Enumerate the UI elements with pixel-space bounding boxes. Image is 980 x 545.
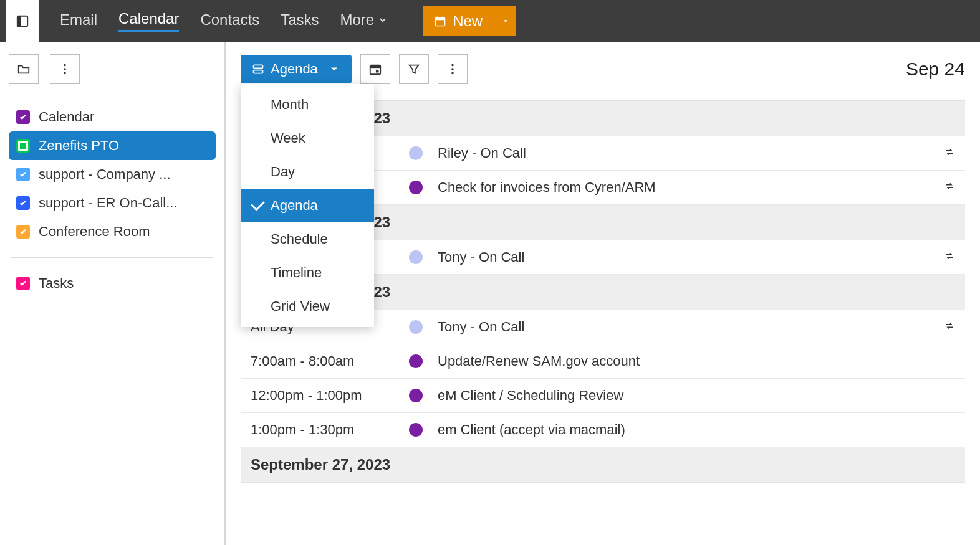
sidebar-item-label: Tasks [39, 275, 74, 291]
caret-down-icon [501, 17, 510, 26]
svg-point-6 [64, 64, 66, 67]
event-color-dot [409, 320, 423, 334]
checkmark-icon [19, 227, 27, 236]
calendar-checkbox[interactable] [16, 196, 30, 210]
checkmark-icon [19, 279, 27, 288]
tab-email[interactable]: Email [60, 11, 97, 31]
agenda-event-row[interactable]: 1:00pm - 1:30pmem Client (accept via mac… [241, 413, 965, 447]
repeat-icon [944, 249, 955, 265]
folder-icon [17, 62, 31, 76]
checkmark-icon [19, 170, 27, 179]
svg-rect-9 [254, 65, 263, 68]
view-option[interactable]: Week [241, 121, 374, 155]
view-option[interactable]: Month [241, 88, 374, 121]
calendar-checkbox[interactable] [16, 110, 30, 124]
svg-rect-3 [436, 17, 445, 20]
event-color-dot [409, 181, 423, 194]
svg-rect-1 [17, 16, 21, 26]
sidebar-item-label: support - ER On-Call... [39, 195, 178, 211]
event-time: 12:00pm - 1:00pm [251, 387, 394, 404]
svg-point-8 [64, 72, 66, 75]
main-toolbar: Agenda Sep 24 [241, 54, 965, 84]
view-selector-label: Agenda [271, 61, 318, 77]
svg-point-15 [451, 68, 454, 70]
sidebar-toggle-button[interactable] [6, 0, 39, 42]
new-button-label: New [453, 12, 483, 30]
more-vertical-icon [446, 62, 459, 76]
repeat-icon [944, 179, 955, 196]
today-button[interactable] [360, 54, 390, 84]
repeat-icon [944, 319, 955, 335]
sidebar-item-calendar[interactable]: Calendar [9, 103, 216, 131]
event-color-dot [409, 250, 423, 264]
svg-point-14 [451, 64, 454, 67]
event-title: Tony - On Call [438, 319, 929, 335]
view-option[interactable]: Schedule [241, 222, 374, 256]
sidebar-item-label: support - Company ... [39, 166, 171, 182]
sidebar-item-calendar[interactable]: support - ER On-Call... [9, 189, 216, 217]
more-options-button[interactable] [438, 54, 468, 84]
view-option[interactable]: Grid View [241, 290, 374, 323]
filter-icon [407, 62, 421, 76]
view-option[interactable]: Agenda [241, 189, 374, 222]
new-button-caret[interactable] [494, 6, 516, 36]
agenda-event-row[interactable]: 12:00pm - 1:00pmeM Client / Scheduling R… [241, 379, 965, 413]
calendar-today-icon [368, 62, 382, 76]
checkmark-icon [19, 113, 27, 121]
event-time: 7:00am - 8:00am [251, 353, 394, 369]
event-title: em Client (accept via macmail) [438, 422, 955, 438]
event-title: eM Client / Scheduling Review [438, 387, 955, 404]
sidebar-divider [11, 257, 213, 258]
calendar-list: CalendarZenefits PTOsupport - Company ..… [9, 103, 216, 246]
calendar-plus-icon [434, 15, 446, 27]
sidebar-item-label: Conference Room [39, 224, 150, 240]
view-selector-button[interactable]: Agenda [241, 55, 352, 83]
sidebar-item-calendar[interactable]: support - Company ... [9, 160, 216, 189]
panel-icon [16, 14, 29, 28]
more-label: More [340, 11, 375, 29]
calendar-checkbox[interactable] [16, 139, 30, 153]
view-option[interactable]: Day [241, 155, 374, 189]
event-title: Tony - On Call [438, 249, 929, 265]
tab-contacts[interactable]: Contacts [200, 11, 259, 31]
sidebar-item-label: Calendar [39, 109, 94, 125]
tab-more[interactable]: More [340, 11, 388, 31]
event-color-dot [409, 423, 423, 437]
event-title: Update/Renew SAM.gov account [438, 353, 955, 369]
new-button[interactable]: New [423, 6, 494, 36]
top-bar: Email Calendar Contacts Tasks More New [0, 0, 980, 42]
sidebar-item-calendar[interactable]: Conference Room [9, 217, 216, 246]
current-date-label: Sep 24 [906, 59, 965, 80]
event-title: Riley - On Call [438, 145, 929, 161]
event-color-dot [409, 389, 423, 402]
svg-rect-12 [370, 65, 381, 69]
event-title: Check for invoices from Cyren/ARM [438, 179, 929, 196]
main: Agenda Sep 24 MonthWeekDayAgendaSchedule… [226, 42, 980, 545]
sidebar-item-tasks[interactable]: Tasks [9, 269, 216, 298]
checkbox-tasks[interactable] [16, 277, 30, 290]
folder-button[interactable] [9, 54, 39, 84]
top-nav: Email Calendar Contacts Tasks More [60, 10, 388, 32]
event-time: 1:00pm - 1:30pm [251, 422, 394, 438]
agenda-event-row[interactable]: 7:00am - 8:00amUpdate/Renew SAM.gov acco… [241, 344, 965, 379]
agenda-icon [252, 63, 264, 75]
new-button-group: New [423, 6, 516, 36]
tab-calendar[interactable]: Calendar [118, 10, 179, 32]
svg-point-16 [451, 72, 454, 75]
sidebar-toolbar [9, 54, 216, 84]
calendar-checkbox[interactable] [16, 168, 30, 181]
sidebar: CalendarZenefits PTOsupport - Company ..… [0, 42, 226, 545]
tab-tasks[interactable]: Tasks [281, 11, 319, 31]
svg-point-7 [64, 68, 66, 70]
sidebar-more-button[interactable] [50, 54, 80, 84]
view-option[interactable]: Timeline [241, 256, 374, 290]
repeat-icon [944, 145, 955, 161]
event-color-dot [409, 146, 423, 160]
filter-button[interactable] [399, 54, 429, 84]
sidebar-item-label: Zenefits PTO [39, 138, 119, 154]
calendar-checkbox[interactable] [16, 225, 30, 239]
chevron-down-icon [378, 15, 388, 25]
body: CalendarZenefits PTOsupport - Company ..… [0, 42, 980, 545]
sidebar-item-calendar[interactable]: Zenefits PTO [9, 131, 216, 160]
view-dropdown: MonthWeekDayAgendaScheduleTimelineGrid V… [241, 84, 374, 327]
